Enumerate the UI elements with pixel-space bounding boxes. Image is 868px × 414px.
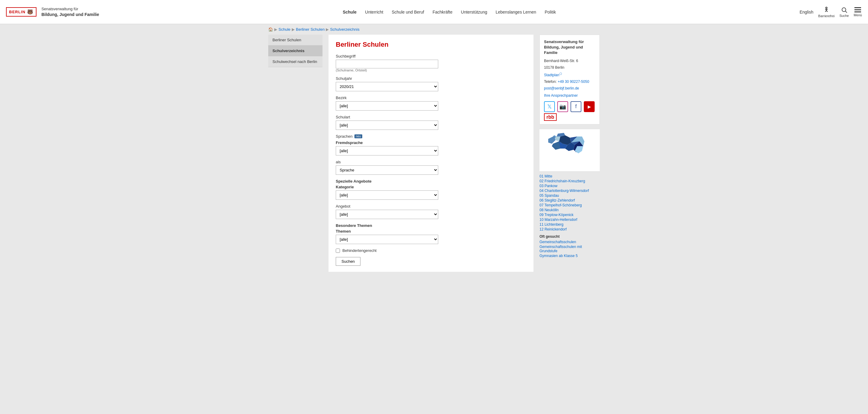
menue-button[interactable]: Menü [854, 7, 862, 17]
schulart-label: Schulart [336, 115, 526, 119]
kategorie-label: Kategorie [336, 185, 526, 189]
org-line2: Bildung, Jugend und Familie [41, 12, 99, 17]
district-link-04[interactable]: 04 Charlottenburg-Wilmersdorf [539, 189, 600, 193]
breadcrumb-schule[interactable]: Schule [278, 27, 290, 32]
contact-address2: 10178 Berlin [544, 65, 595, 70]
telefon-label: Telefon: [544, 79, 557, 84]
nav-schule-und-beruf[interactable]: Schule und Beruf [392, 8, 424, 16]
sep3: ▶ [326, 27, 329, 32]
fremdsprache-select[interactable]: [alle] [336, 146, 438, 156]
nav-unterstuetzung[interactable]: Unterstützung [461, 8, 487, 16]
oft-gesucht-title: Oft gesucht [539, 234, 600, 238]
main-layout: Berliner Schulen Schulverzeichnis Schulw… [268, 35, 600, 284]
angebot-group: Angebot [alle] [336, 204, 526, 219]
spezielle-group: Spezielle Angebote Kategorie [alle] [336, 179, 526, 200]
header-right: English Barrierefrei Suche Menü [800, 6, 862, 18]
schulart-select[interactable]: [alle] [336, 121, 438, 130]
main-nav: Schule Unterricht Schule und Beruf Fachk… [99, 8, 800, 16]
suchen-button[interactable]: Suchen [336, 257, 361, 266]
kategorie-select[interactable]: [alle] [336, 190, 438, 200]
behindertengerecht-checkbox[interactable] [336, 249, 340, 253]
behindertengerecht-row: Behindertengerecht [336, 248, 526, 253]
district-link-07[interactable]: 07 Tempelhof-Schöneberg [539, 203, 600, 207]
berlin-map[interactable] [539, 129, 600, 171]
suchbegriff-input[interactable] [336, 60, 438, 68]
district-link-09[interactable]: 09 Treptow-Köpenick [539, 213, 600, 217]
berlin-logo[interactable]: BERLIN 🐻 [6, 7, 36, 17]
schuljahr-group: Schuljahr 2020/21 2021/22 2019/20 [336, 76, 526, 91]
suche-button[interactable]: Suche [839, 7, 849, 18]
als-select[interactable]: Sprache Fremdsprache [336, 165, 438, 175]
themen-select[interactable]: [alle] [336, 235, 438, 244]
telefon-link[interactable]: +49 30 90227-5050 [558, 79, 589, 84]
sidebar-item-schulwechsel[interactable]: Schulwechsel nach Berlin [268, 56, 322, 67]
nav-schule[interactable]: Schule [343, 8, 356, 16]
facebook-icon[interactable]: f [570, 101, 581, 112]
social-icons: 𝕏 📷 f ▶ [544, 101, 595, 112]
sprachen-row: Sprachen neu [336, 134, 526, 138]
sidebar-item-schulverzeichnis[interactable]: Schulverzeichnis [268, 45, 322, 56]
breadcrumb-berliner-schulen[interactable]: Berliner Schulen [296, 27, 324, 32]
district-link-11[interactable]: 11 Lichtenberg [539, 222, 600, 227]
breadcrumb-schulverzeichnis[interactable]: Schulverzeichnis [330, 27, 360, 32]
bezirk-select[interactable]: [alle] [336, 101, 438, 110]
district-link-01[interactable]: 01 Mitte [539, 174, 600, 179]
contact-address1: Bernhard-Weiß-Str. 6 [544, 58, 595, 64]
email-link[interactable]: post@senbjf.berlin.de [544, 86, 579, 90]
breadcrumb: 🏠 ▶ Schule ▶ Berliner Schulen ▶ Schulver… [268, 24, 600, 35]
district-link-10[interactable]: 10 Marzahn-Hellersdorf [539, 218, 600, 222]
ansprechpartner-link[interactable]: Ihre Ansprechpartner [544, 93, 578, 98]
district-spandau [548, 135, 555, 144]
rbb-icon[interactable]: rbb [544, 115, 595, 120]
oft-link-gemeinschaft[interactable]: Gemeinschaftsschulen [539, 240, 600, 244]
bezirk-label: Bezirk [336, 96, 526, 100]
svg-point-0 [826, 7, 827, 8]
nav-unterricht[interactable]: Unterricht [365, 8, 383, 16]
barrierefrei-button[interactable]: Barrierefrei [818, 6, 835, 18]
contact-telefon: Telefon: +49 30 90227-5050 [544, 79, 595, 84]
instagram-icon[interactable]: 📷 [557, 101, 568, 112]
district-link-05[interactable]: 05 Spandau [539, 193, 600, 198]
org-line1: Senatsverwaltung für [41, 6, 99, 12]
svg-rect-4 [855, 9, 861, 10]
suchbegriff-group: Suchbegriff (Schulname, Ortsteil) [336, 54, 526, 72]
nav-fachkraefte[interactable]: Fachkräfte [433, 8, 453, 16]
themen-label: Themen [336, 229, 526, 233]
page-title: Berliner Schulen [336, 41, 526, 49]
als-group: als Sprache Fremdsprache [336, 160, 526, 175]
nav-politik[interactable]: Politik [545, 8, 556, 16]
angebot-label: Angebot [336, 204, 526, 209]
district-link-06[interactable]: 06 Steglitz-Zehlendorf [539, 198, 600, 202]
schuljahr-select[interactable]: 2020/21 2021/22 2019/20 [336, 82, 438, 91]
svg-rect-5 [855, 11, 861, 12]
bear-icon: 🐻 [27, 9, 33, 15]
nav-lebenslanges[interactable]: Lebenslanges Lernen [495, 8, 536, 16]
fremdsprache-label: Fremdsprache [336, 140, 526, 145]
schulart-group: Schulart [alle] [336, 115, 526, 130]
suche-label: Suche [839, 14, 849, 18]
sidebar: Berliner Schulen Schulverzeichnis Schulw… [268, 35, 322, 272]
main-content: Berliner Schulen Suchbegriff (Schulname,… [329, 35, 533, 272]
district-link-12[interactable]: 12 Reinickendorf [539, 227, 600, 231]
twitter-icon[interactable]: 𝕏 [544, 101, 555, 112]
district-link-08[interactable]: 08 Neukölln [539, 208, 600, 212]
oft-link-gemeinschaft-grundstufe[interactable]: Gemeinschaftsschulen mit Grundstufe [539, 245, 600, 253]
bezirk-group: Bezirk [alle] [336, 96, 526, 110]
right-panel: Senatsverwaltung für Bildung, Jugend und… [539, 35, 600, 272]
spezielle-label: Spezielle Angebote [336, 179, 526, 184]
suchbegriff-hint: (Schulname, Ortsteil) [336, 68, 526, 72]
district-link-02[interactable]: 02 Friedrichshain-Kreuzberg [539, 179, 600, 183]
district-link-03[interactable]: 03 Pankow [539, 184, 600, 188]
stadtplan-link[interactable]: Stadtplan⬡ [544, 73, 562, 77]
sidebar-item-berliner-schulen[interactable]: Berliner Schulen [268, 35, 322, 45]
schuljahr-label: Schuljahr [336, 76, 526, 81]
sep2: ▶ [292, 27, 295, 32]
barrierefrei-label: Barrierefrei [818, 14, 835, 18]
breadcrumb-home[interactable]: 🏠 [268, 27, 273, 32]
svg-point-1 [842, 7, 846, 11]
org-name: Senatsverwaltung für Bildung, Jugend und… [41, 6, 99, 18]
angebot-select[interactable]: [alle] [336, 210, 438, 219]
youtube-icon[interactable]: ▶ [584, 101, 595, 112]
english-link[interactable]: English [800, 10, 813, 14]
oft-link-gymnasien[interactable]: Gymnasien ab Klasse 5 [539, 254, 600, 258]
